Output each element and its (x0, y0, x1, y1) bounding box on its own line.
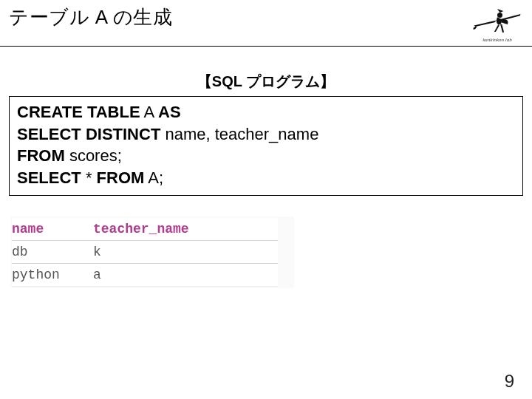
result-row: db k (12, 240, 278, 263)
result-row: python a (12, 263, 278, 286)
witch-logo: kankinkon lab (471, 4, 523, 41)
result-header-cell: teacher_name (93, 218, 278, 241)
code-line-4: SELECT * FROM A; (17, 167, 515, 189)
section-label: 【SQL プログラム】 (0, 72, 532, 92)
result-cell: a (93, 263, 278, 286)
code-line-3: FROM scores; (17, 145, 515, 167)
result-header-cell: name (12, 218, 93, 241)
result-cell: python (12, 263, 93, 286)
page-number: 9 (505, 371, 514, 392)
title-bar: テーブル A の生成 kankinkon lab (0, 0, 532, 47)
sql-code-box: CREATE TABLE A AS SELECT DISTINCT name, … (9, 96, 523, 196)
result-cell: db (12, 240, 93, 263)
result-cell: k (93, 240, 278, 263)
logo-caption: kankinkon lab (471, 37, 523, 43)
svg-point-0 (497, 13, 502, 18)
code-line-1: CREATE TABLE A AS (17, 101, 515, 123)
page-title: テーブル A の生成 (9, 4, 172, 30)
result-header-row: name teacher_name (12, 218, 278, 241)
code-line-2: SELECT DISTINCT name, teacher_name (17, 123, 515, 146)
result-table: name teacher_name db k python a (10, 216, 522, 288)
